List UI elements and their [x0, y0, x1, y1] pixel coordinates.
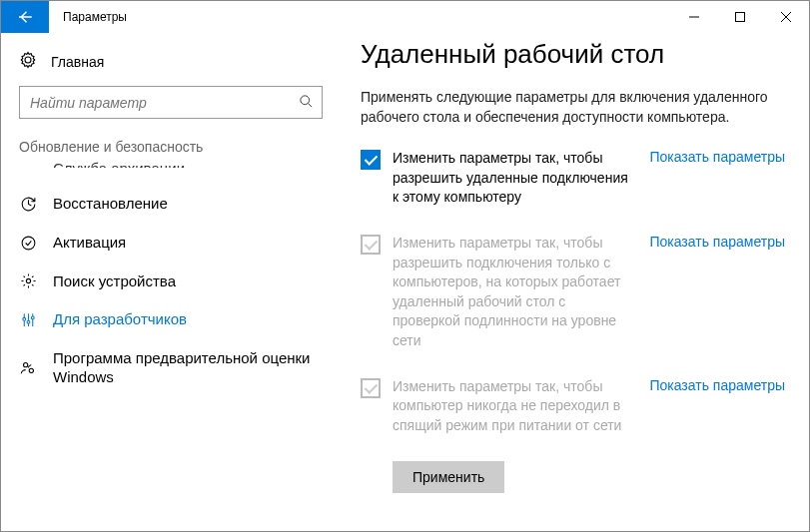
svg-point-5: [27, 320, 30, 323]
window-controls: [671, 1, 809, 33]
svg-point-3: [26, 279, 30, 283]
back-button[interactable]: [1, 1, 49, 33]
maximize-icon: [735, 12, 745, 22]
sidebar-item-insider[interactable]: Программа предварительной оценки Windows: [1, 339, 341, 397]
page-description: Применять следующие параметры для включе…: [361, 88, 785, 127]
titlebar: Параметры: [1, 1, 809, 33]
nav-list: Служба архивации Восстановление Активаци…: [1, 165, 341, 397]
setting-text: Изменить параметры так, чтобы разрешить …: [393, 234, 632, 351]
insider-icon: [19, 359, 37, 377]
svg-rect-0: [736, 13, 745, 22]
search-input[interactable]: [20, 87, 322, 118]
sidebar: Главная Обновление и безопасность Служба…: [1, 33, 341, 531]
activation-icon: [19, 234, 37, 252]
home-label: Главная: [51, 54, 104, 70]
sidebar-item-backup[interactable]: Служба архивации: [1, 165, 341, 185]
close-icon: [781, 12, 791, 22]
setting-text: Изменить параметры так, чтобы компьютер …: [393, 377, 632, 436]
close-button[interactable]: [763, 1, 809, 33]
setting-text: Изменить параметры так, чтобы разрешить …: [393, 149, 632, 208]
show-params-link[interactable]: Показать параметры: [649, 377, 785, 393]
find-device-icon: [19, 272, 37, 290]
sidebar-item-developers[interactable]: Для разработчиков: [1, 300, 341, 339]
window-title: Параметры: [49, 1, 141, 33]
checkbox-sleep: [361, 378, 381, 398]
gear-icon: [19, 51, 37, 72]
home-button[interactable]: Главная: [1, 43, 341, 86]
svg-point-8: [29, 368, 33, 372]
svg-point-6: [31, 316, 34, 319]
checkbox-nla: [361, 235, 381, 255]
maximize-button[interactable]: [717, 1, 763, 33]
sidebar-item-find-device[interactable]: Поиск устройства: [1, 263, 341, 301]
arrow-left-icon: [16, 8, 34, 26]
search-icon: [299, 94, 314, 112]
main-panel: Удаленный рабочий стол Применять следующ…: [341, 33, 809, 531]
svg-point-4: [22, 318, 25, 321]
svg-point-1: [301, 95, 310, 104]
svg-point-2: [22, 237, 35, 250]
show-params-link[interactable]: Показать параметры: [649, 234, 785, 250]
minimize-icon: [689, 12, 699, 22]
developers-icon: [19, 311, 37, 329]
recovery-icon: [19, 195, 37, 213]
setting-nla: Изменить параметры так, чтобы разрешить …: [361, 234, 785, 351]
sidebar-item-activation[interactable]: Активация: [1, 224, 341, 263]
show-params-link[interactable]: Показать параметры: [649, 149, 785, 165]
svg-point-7: [23, 363, 27, 367]
page-heading: Удаленный рабочий стол: [361, 39, 785, 70]
setting-remote-connections: Изменить параметры так, чтобы разрешить …: [361, 149, 785, 208]
apply-button[interactable]: Применить: [393, 461, 504, 493]
setting-sleep: Изменить параметры так, чтобы компьютер …: [361, 377, 785, 436]
sidebar-item-recovery[interactable]: Восстановление: [1, 185, 341, 224]
search-box[interactable]: [19, 86, 323, 119]
minimize-button[interactable]: [671, 1, 717, 33]
checkbox-remote-connections[interactable]: [361, 150, 381, 170]
